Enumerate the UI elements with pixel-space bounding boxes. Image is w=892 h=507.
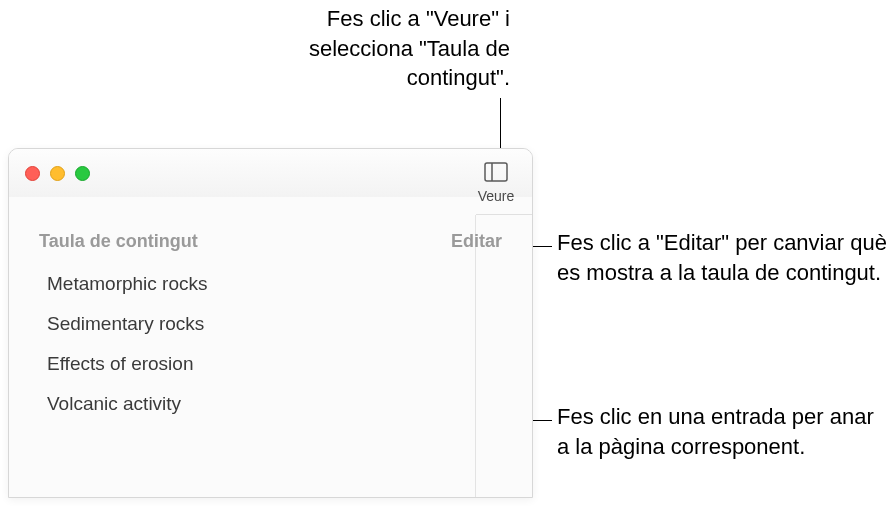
app-window: Veure Taula de contingut Editar Metamorp… xyxy=(8,148,533,498)
toolbar-divider xyxy=(476,214,532,215)
sidebar-view-icon xyxy=(484,162,508,186)
toc-item[interactable]: Sedimentary rocks xyxy=(39,304,502,344)
toc-sidebar: Taula de contingut Editar Metamorphic ro… xyxy=(9,223,532,424)
svg-rect-0 xyxy=(485,163,507,181)
toc-header: Taula de contingut Editar xyxy=(9,223,532,264)
view-button-label: Veure xyxy=(478,188,515,204)
toc-item[interactable]: Effects of erosion xyxy=(39,344,502,384)
toc-list: Metamorphic rocks Sedimentary rocks Effe… xyxy=(9,264,532,424)
edit-button[interactable]: Editar xyxy=(451,231,502,252)
fullscreen-icon[interactable] xyxy=(75,166,90,181)
callout-edit: Fes clic a "Editar" per canviar què es m… xyxy=(557,228,892,287)
titlebar xyxy=(9,149,532,197)
toc-item[interactable]: Metamorphic rocks xyxy=(39,264,502,304)
toc-item[interactable]: Volcanic activity xyxy=(39,384,502,424)
callout-toc-entry: Fes clic en una entrada per anar a la pà… xyxy=(557,402,887,461)
toc-title: Taula de contingut xyxy=(39,231,198,252)
callout-view: Fes clic a "Veure" i selecciona "Taula d… xyxy=(230,4,510,93)
close-icon[interactable] xyxy=(25,166,40,181)
minimize-icon[interactable] xyxy=(50,166,65,181)
window-controls xyxy=(25,166,90,181)
view-button[interactable]: Veure xyxy=(466,155,526,211)
